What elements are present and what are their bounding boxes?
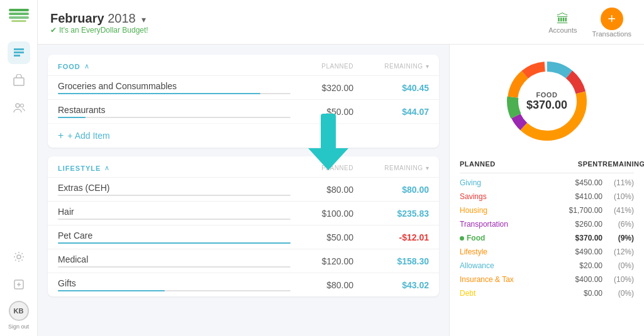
table-row[interactable]: Groceries and Consummables $320.00 $40.4… [48, 75, 439, 99]
sign-out-button[interactable]: Sign out [8, 323, 29, 330]
food-planned: $370.00 [558, 234, 602, 242]
allowance-link[interactable]: Allowance [460, 261, 494, 270]
app-logo[interactable] [8, 6, 30, 29]
table-row[interactable]: Gifts $80.00 $43.02 [48, 273, 439, 296]
item-remaining: $44.07 [353, 107, 429, 117]
svg-rect-1 [9, 13, 29, 15]
food-category-name: FOOD [58, 63, 80, 70]
budget-subtitle: ✔ It's an EveryDollar Budget! [50, 26, 148, 35]
lifestyle-remaining-header: REMAINING▾ [353, 165, 429, 171]
header-right: 🏛 Accounts + Transactions [548, 8, 631, 38]
summary-header-row: PLANNED SPENT REMAINING [460, 158, 634, 173]
transactions-nav-item[interactable]: + Transactions [592, 8, 631, 38]
body-area: FOOD ∧ PLANNED REMAINING▾ Groceries and … [38, 45, 644, 336]
food-category-header: FOOD ∧ PLANNED REMAINING▾ [48, 55, 439, 75]
sidebar-bottom: KB Sign out [8, 246, 30, 330]
add-item-plus-icon: + [58, 130, 64, 141]
table-row[interactable]: Restaurants $50.00 $44.07 [48, 99, 439, 123]
food-dot [460, 236, 464, 241]
svg-point-7 [17, 255, 21, 259]
summary-table: PLANNED SPENT REMAINING Giving $450.00 (… [460, 158, 634, 300]
list-item: Savings $410.00 (10%) [460, 190, 634, 203]
header: February 2018 ▾ ✔ It's an EveryDollar Bu… [38, 0, 644, 45]
year-label: 2018 [108, 11, 136, 25]
avatar[interactable]: KB [9, 301, 29, 321]
table-row[interactable]: Hair $100.00 $235.83 [48, 201, 439, 225]
list-item: Lifestyle $490.00 (12%) [460, 245, 634, 259]
subtitle-text: It's an EveryDollar Budget! [59, 26, 148, 35]
spent-header: SPENT [558, 160, 602, 168]
food-remaining-header: REMAINING▾ [353, 63, 429, 70]
giving-planned: $450.00 [558, 178, 602, 187]
item-name: Groceries and Consummables [58, 81, 291, 94]
svg-point-6 [20, 104, 23, 107]
insurance-pct: (10%) [602, 275, 634, 284]
food-category-card: FOOD ∧ PLANNED REMAINING▾ Groceries and … [48, 55, 439, 148]
food-pct: (9%) [602, 234, 634, 242]
list-item: Insurance & Tax $400.00 (10%) [460, 273, 634, 286]
lifestyle-link[interactable]: Lifestyle [460, 247, 487, 256]
lifestyle-collapse-icon[interactable]: ∧ [104, 164, 109, 172]
item-name: Restaurants [58, 105, 291, 118]
savings-planned: $410.00 [558, 192, 602, 201]
add-item-button[interactable]: + + Add Item [48, 123, 439, 148]
housing-pct: (41%) [602, 206, 634, 215]
list-item: Allowance $20.00 (0%) [460, 259, 634, 273]
donut-label: FOOD $370.00 [526, 91, 567, 112]
table-row[interactable]: Pet Care $50.00 -$12.01 [48, 225, 439, 249]
svg-rect-0 [9, 9, 29, 11]
sidebar: KB Sign out [0, 0, 38, 336]
allowance-pct: (0%) [602, 261, 634, 270]
remaining-header: REMAINING [602, 160, 634, 168]
list-item: Housing $1,700.00 (41%) [460, 203, 634, 217]
lifestyle-category-name: LIFESTYLE [58, 165, 101, 172]
list-item: Transportation $260.00 (6%) [460, 217, 634, 231]
food-planned-header: PLANNED [89, 63, 353, 70]
giving-link[interactable]: Giving [460, 178, 481, 187]
debt-pct: (0%) [602, 289, 634, 298]
table-row[interactable]: Extras (CEH) $80.00 $80.00 [48, 177, 439, 201]
page-title: February 2018 ▾ [50, 11, 148, 26]
list-item: Debt $0.00 (0%) [460, 286, 634, 300]
sidebar-item-settings[interactable] [8, 246, 30, 268]
debt-link[interactable]: Debt [460, 289, 475, 298]
svg-point-5 [16, 104, 19, 107]
accounts-nav-item[interactable]: 🏛 Accounts [548, 12, 577, 34]
main-content: February 2018 ▾ ✔ It's an EveryDollar Bu… [38, 0, 644, 336]
svg-rect-2 [9, 16, 29, 19]
checkmark-icon: ✔ [50, 26, 57, 35]
month-label: February [50, 11, 104, 25]
giving-pct: (11%) [602, 178, 634, 187]
svg-rect-4 [14, 78, 24, 85]
debt-planned: $0.00 [558, 289, 602, 298]
savings-pct: (10%) [602, 192, 634, 201]
list-item: Food $370.00 (9%) [460, 231, 634, 245]
sidebar-item-budget[interactable] [8, 41, 30, 64]
header-left: February 2018 ▾ ✔ It's an EveryDollar Bu… [50, 11, 148, 35]
transportation-pct: (6%) [602, 220, 634, 229]
accounts-icon: 🏛 [557, 12, 569, 26]
allowance-planned: $20.00 [558, 261, 602, 270]
item-planned: $50.00 [291, 107, 353, 117]
list-item: Giving $450.00 (11%) [460, 176, 634, 190]
food-collapse-icon[interactable]: ∧ [84, 62, 89, 70]
donut-chart: FOOD $370.00 [460, 57, 634, 145]
sidebar-item-box[interactable] [8, 69, 30, 92]
transportation-planned: $260.00 [558, 220, 602, 229]
date-chevron-icon[interactable]: ▾ [142, 14, 146, 24]
housing-link[interactable]: Housing [460, 206, 487, 215]
lifestyle-category-header: LIFESTYLE ∧ PLANNED REMAINING▾ [48, 156, 439, 177]
sidebar-item-people[interactable] [8, 97, 30, 119]
svg-rect-3 [11, 20, 26, 22]
add-transaction-button[interactable]: + [601, 8, 623, 30]
donut-category-label: FOOD [526, 91, 567, 99]
insurance-link[interactable]: Insurance & Tax [460, 275, 514, 284]
budget-list: FOOD ∧ PLANNED REMAINING▾ Groceries and … [38, 45, 449, 336]
food-link[interactable]: Food [467, 234, 485, 242]
savings-link[interactable]: Savings [460, 192, 487, 201]
transportation-link[interactable]: Transportation [460, 220, 508, 229]
sidebar-item-gear[interactable] [8, 273, 30, 296]
right-panel: FOOD $370.00 PLANNED SPENT REMAINING Giv… [449, 45, 644, 336]
lifestyle-planned: $490.00 [558, 247, 602, 256]
table-row[interactable]: Medical $120.00 $158.30 [48, 249, 439, 273]
